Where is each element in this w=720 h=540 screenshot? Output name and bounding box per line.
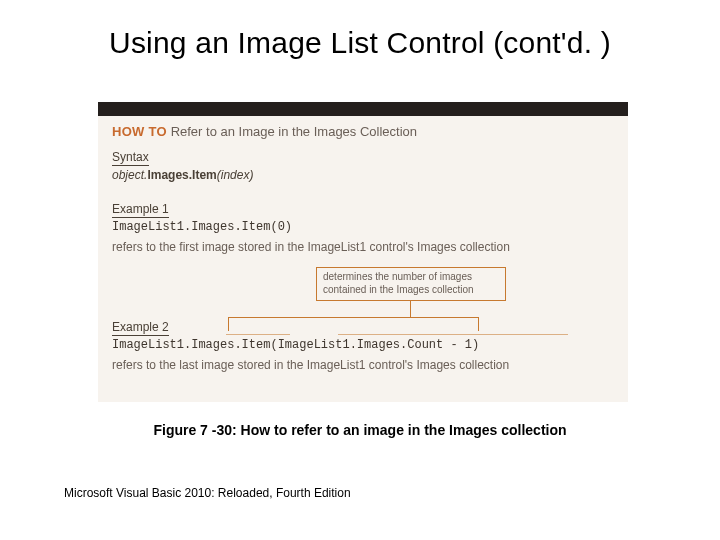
- example1-description: refers to the first image stored in the …: [112, 240, 510, 254]
- slide-footer: Microsoft Visual Basic 2010: Reloaded, F…: [64, 486, 351, 500]
- callout-underline: [226, 334, 290, 335]
- howto-line: HOW TO Refer to an Image in the Images C…: [112, 124, 417, 139]
- syntax-object: object: [112, 168, 144, 182]
- slide-title: Using an Image List Control (cont'd. ): [0, 26, 720, 60]
- example1-code: ImageList1.Images.Item(0): [112, 220, 292, 234]
- example1-heading: Example 1: [112, 202, 169, 218]
- figure-box: HOW TO Refer to an Image in the Images C…: [98, 102, 628, 402]
- callout-line2: contained in the Images collection: [323, 284, 499, 297]
- callout-connector: [228, 317, 478, 318]
- example2-description: refers to the last image stored in the I…: [112, 358, 509, 372]
- callout-box: determines the number of images containe…: [316, 267, 506, 301]
- callout-line1: determines the number of images: [323, 271, 499, 284]
- callout-connector: [478, 317, 479, 331]
- howto-label: HOW TO: [112, 124, 167, 139]
- callout-connector: [410, 301, 411, 317]
- callout-connector: [228, 317, 229, 331]
- syntax-heading: Syntax: [112, 150, 149, 166]
- figure-caption: Figure 7 -30: How to refer to an image i…: [0, 422, 720, 438]
- figure-header-bar: [98, 102, 628, 116]
- example2-heading: Example 2: [112, 320, 169, 336]
- howto-subject: Refer to an Image in the Images Collecti…: [171, 124, 417, 139]
- callout-underline: [338, 334, 568, 335]
- syntax-images-item: Images.Item: [147, 168, 216, 182]
- syntax-code: object.Images.Item(index): [112, 168, 253, 182]
- example2-code: ImageList1.Images.Item(ImageList1.Images…: [112, 338, 479, 352]
- syntax-index: index: [221, 168, 250, 182]
- syntax-close: ): [249, 168, 253, 182]
- slide: Using an Image List Control (cont'd. ) H…: [0, 0, 720, 540]
